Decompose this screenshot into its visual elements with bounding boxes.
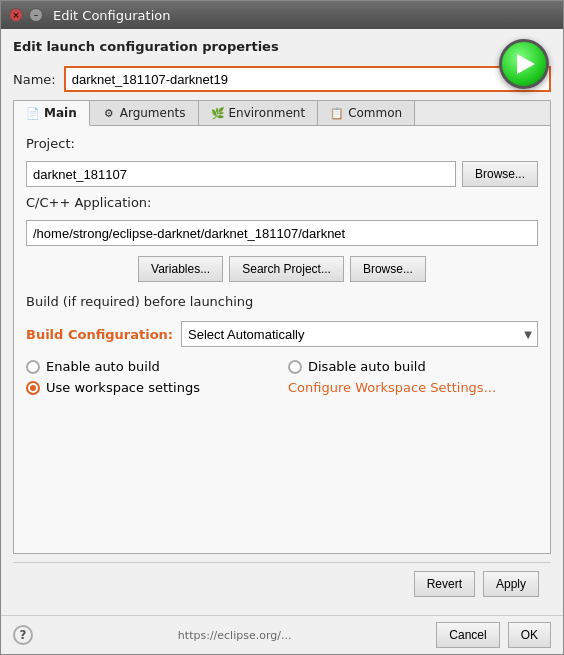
apply-button[interactable]: Apply <box>483 571 539 597</box>
footer-buttons: Cancel OK <box>436 622 551 648</box>
page-subtitle: Edit launch configuration properties <box>13 39 551 54</box>
cancel-button[interactable]: Cancel <box>436 622 499 648</box>
name-label: Name: <box>13 72 56 87</box>
tab-environment[interactable]: 🌿 Environment <box>199 101 319 125</box>
tab-main-label: Main <box>44 106 77 120</box>
radio-workspace-label: Use workspace settings <box>46 380 200 395</box>
footer-bar: ? https://eclipse.org/... Cancel OK <box>1 615 563 654</box>
variables-button[interactable]: Variables... <box>138 256 223 282</box>
project-input[interactable] <box>26 161 456 187</box>
help-button[interactable]: ? <box>13 625 33 645</box>
name-row: Name: <box>13 66 551 92</box>
build-config-select[interactable]: Select Automatically Debug Release <box>181 321 538 347</box>
minimize-button[interactable]: – <box>29 8 43 22</box>
build-config-label: Build Configuration: <box>26 327 173 342</box>
name-input[interactable] <box>64 66 551 92</box>
close-icon: × <box>12 10 20 20</box>
build-section-title: Build (if required) before launching <box>26 294 538 309</box>
project-label: Project: <box>26 136 538 151</box>
arguments-tab-icon: ⚙ <box>102 106 116 120</box>
radio-enable-icon <box>26 360 40 374</box>
tab-environment-label: Environment <box>229 106 306 120</box>
project-row: Browse... <box>26 161 538 187</box>
main-content: Edit launch configuration properties Nam… <box>1 29 563 615</box>
tab-content-main: Project: Browse... C/C++ Application: Va… <box>14 126 550 553</box>
tab-arguments-label: Arguments <box>120 106 186 120</box>
bottom-bar: Revert Apply <box>13 562 551 605</box>
ok-button[interactable]: OK <box>508 622 551 648</box>
tabs-bar: 📄 Main ⚙ Arguments 🌿 Environment 📋 Commo… <box>14 101 550 126</box>
build-config-row: Build Configuration: Select Automaticall… <box>26 321 538 347</box>
window: × – Edit Configuration Edit launch confi… <box>0 0 564 655</box>
radio-workspace-icon <box>26 381 40 395</box>
main-tab-icon: 📄 <box>26 106 40 120</box>
configure-workspace-link[interactable]: Configure Workspace Settings... <box>288 380 496 395</box>
radio-enable-auto-build[interactable]: Enable auto build <box>26 359 276 374</box>
run-button[interactable] <box>499 39 549 89</box>
minimize-icon: – <box>34 10 39 20</box>
common-tab-icon: 📋 <box>330 106 344 120</box>
radio-enable-label: Enable auto build <box>46 359 160 374</box>
tab-main[interactable]: 📄 Main <box>14 101 90 126</box>
window-title: Edit Configuration <box>53 8 170 23</box>
app-input[interactable] <box>26 220 538 246</box>
environment-tab-icon: 🌿 <box>211 106 225 120</box>
project-browse-button[interactable]: Browse... <box>462 161 538 187</box>
radio-disable-icon <box>288 360 302 374</box>
tab-common-label: Common <box>348 106 402 120</box>
close-button[interactable]: × <box>9 8 23 22</box>
configure-workspace-link-container: Configure Workspace Settings... <box>288 380 538 395</box>
titlebar: × – Edit Configuration <box>1 1 563 29</box>
tab-arguments[interactable]: ⚙ Arguments <box>90 101 199 125</box>
run-icon <box>517 54 535 74</box>
search-project-button[interactable]: Search Project... <box>229 256 344 282</box>
app-label: C/C++ Application: <box>26 195 538 210</box>
radio-disable-auto-build[interactable]: Disable auto build <box>288 359 538 374</box>
tabs-panel: 📄 Main ⚙ Arguments 🌿 Environment 📋 Commo… <box>13 100 551 554</box>
build-config-select-wrapper: Select Automatically Debug Release ▼ <box>181 321 538 347</box>
footer-link: https://eclipse.org/... <box>178 629 292 642</box>
help-icon: ? <box>20 628 27 642</box>
radio-disable-label: Disable auto build <box>308 359 426 374</box>
app-browse-button[interactable]: Browse... <box>350 256 426 282</box>
radio-workspace-settings[interactable]: Use workspace settings <box>26 380 276 395</box>
radio-group: Enable auto build Disable auto build Use… <box>26 359 538 395</box>
tab-common[interactable]: 📋 Common <box>318 101 415 125</box>
app-buttons-row: Variables... Search Project... Browse... <box>26 256 538 282</box>
app-field-row <box>26 220 538 246</box>
revert-button[interactable]: Revert <box>414 571 475 597</box>
